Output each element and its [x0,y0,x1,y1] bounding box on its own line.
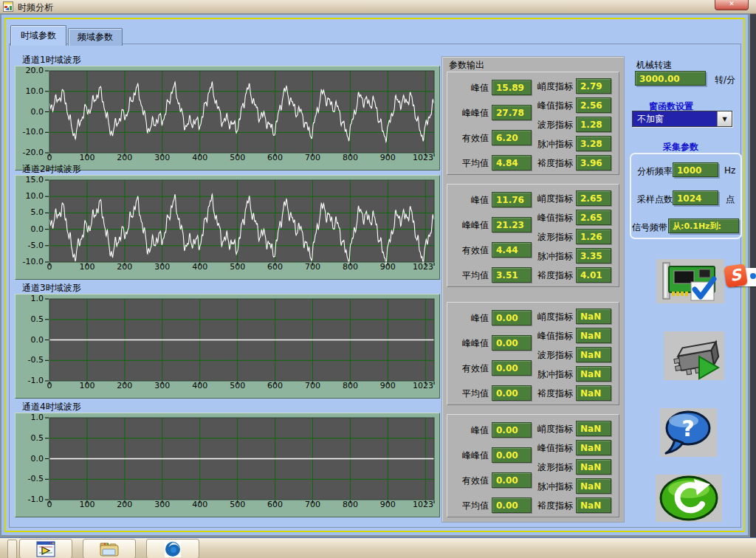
x-tick-label: 700 [297,381,329,390]
y-tick-label: 0.0 [17,224,44,234]
waveform-graph: 1.00.50.0-0.5-1.001002003004005006007008… [15,413,440,517]
tab-frequency-domain[interactable]: 频域参数 [68,28,123,46]
close-button[interactable]: ✕ [715,0,749,10]
x-tick-label: 900 [371,262,404,272]
y-tick-label: 0.5 [17,433,44,443]
x-tick-label: 900 [371,381,404,390]
x-tick-label: 700 [297,262,329,272]
y-tick-label: 15.0 [17,175,44,185]
x-tick-label: 100 [71,262,103,272]
help-button[interactable]: ? [660,408,717,457]
chevron-down-icon[interactable]: ▼ [717,111,732,126]
pci-card-check-icon [656,259,724,303]
ime-logo-icon [750,273,756,279]
chart-channel-4: 通道4时域波形 1.00.50.0-0.5-1.0010020030040050… [15,401,441,519]
window-fn-dropdown[interactable]: 不加窗 ▼ [632,111,732,127]
param-label: 有效值 [447,362,489,375]
x-tick-label: 800 [334,262,366,272]
y-tick-label: 20.0 [17,66,44,75]
x-tick-label: 300 [146,262,179,272]
x-tick-label: 600 [259,381,292,390]
param-label: 裕度指标 [524,157,573,170]
param-value: 1.28 [576,117,611,132]
param-label: 平均值 [447,157,489,170]
param-label: 裕度指标 [524,388,573,400]
x-tick-label: 400 [184,153,216,162]
acquisition-label: 采集参数 [663,141,698,154]
y-tick-label: 10.0 [17,86,44,96]
ime-overlay[interactable]: S [725,264,756,290]
tab-strip: 时域参数 频域参数 [10,25,123,46]
param-label: 裕度指标 [524,500,573,512]
chart-channel-2: 通道2时域波形 15.010.05.00.0-5.0-10.0010020030… [15,163,441,281]
param-label: 峰峰值 [447,337,489,350]
param-value: NaN [576,440,611,455]
x-tick-label: 400 [184,500,216,509]
x-tick-label: 400 [184,262,216,272]
waveform-plot [45,179,436,266]
param-label: 脉冲指标 [524,480,573,493]
x-tick-label: 500 [221,500,254,509]
x-tick-label: 100 [71,153,103,162]
chip-run-button[interactable] [664,331,724,380]
param-value: NaN [576,385,611,401]
x-tick-label: 600 [259,153,292,162]
param-label: 裕度指标 [524,269,573,282]
param-value: NaN [576,421,611,436]
param-label: 平均值 [447,388,489,400]
taskbar-divider [7,540,17,558]
analysis-frequency-input[interactable]: 1000 [673,162,718,177]
param-label: 波形指标 [524,461,573,474]
x-tick-label: 700 [297,153,329,162]
waveform-graph: 1.00.50.0-0.5-1.001002003004005006007008… [15,294,440,399]
y-tick-label: -10.0 [17,127,44,137]
param-group-channel-3: 峰值0.00峰峰值0.00有效值0.00平均值0.00峭度指标NaN峰值指标Na… [447,302,619,405]
param-label: 峰峰值 [447,450,489,462]
y-tick-label: -0.5 [17,474,44,483]
param-value: NaN [576,459,611,475]
refresh-button[interactable] [656,475,722,522]
param-value: NaN [576,497,611,513]
param-value: 3.28 [576,136,611,151]
x-tick-label: 600 [259,500,292,509]
taskbar-explorer-button[interactable] [83,539,136,558]
param-label: 峰值 [447,424,489,437]
param-label: 有效值 [447,475,489,487]
x-tick-label: 200 [109,381,141,390]
folder-icon [99,541,120,557]
param-label: 波形指标 [524,119,573,131]
param-value: 2.65 [576,190,611,206]
taskbar-swirl-app-button[interactable] [146,539,199,558]
param-value: 2.65 [576,210,611,225]
acq-row-label: 分析频率 [637,165,673,178]
param-value: 2.56 [576,97,611,113]
x-tick-label: 1023 [407,262,439,272]
x-tick-label: 1023 [407,500,439,509]
param-label: 峭度指标 [524,193,573,205]
speed-input[interactable]: 3000.00 [635,71,706,86]
param-value: NaN [576,366,611,382]
window-titlebar: 时频分析 ✕ [0,0,756,14]
waveform-plot [45,70,436,157]
param-label: 峰峰值 [447,107,489,120]
x-tick-label: 600 [259,262,292,272]
waveform-graph: 15.010.05.00.0-5.0-10.001002003004005006… [15,175,440,280]
param-label: 峰值 [447,312,489,325]
x-tick-label: 0 [33,381,66,390]
tab-time-domain[interactable]: 时域参数 [10,25,66,46]
param-label: 峰值指标 [524,100,573,112]
param-label: 峭度指标 [524,80,573,93]
param-label: 波形指标 [524,349,573,362]
x-tick-label: 300 [146,381,179,390]
x-tick-label: 900 [371,153,404,162]
taskbar-labview-button[interactable] [19,539,72,558]
chart-title: 通道2时域波形 [22,163,441,174]
daq-card-button[interactable] [656,259,724,303]
param-label: 峰峰值 [447,219,489,232]
speed-unit: 转/分 [715,74,735,86]
sample-count-input[interactable]: 1024 [673,190,718,205]
help-bubble-icon: ? [660,408,717,457]
y-tick-label: 10.0 [17,191,44,201]
x-tick-label: 300 [146,500,179,509]
param-label: 脉冲指标 [524,250,573,263]
